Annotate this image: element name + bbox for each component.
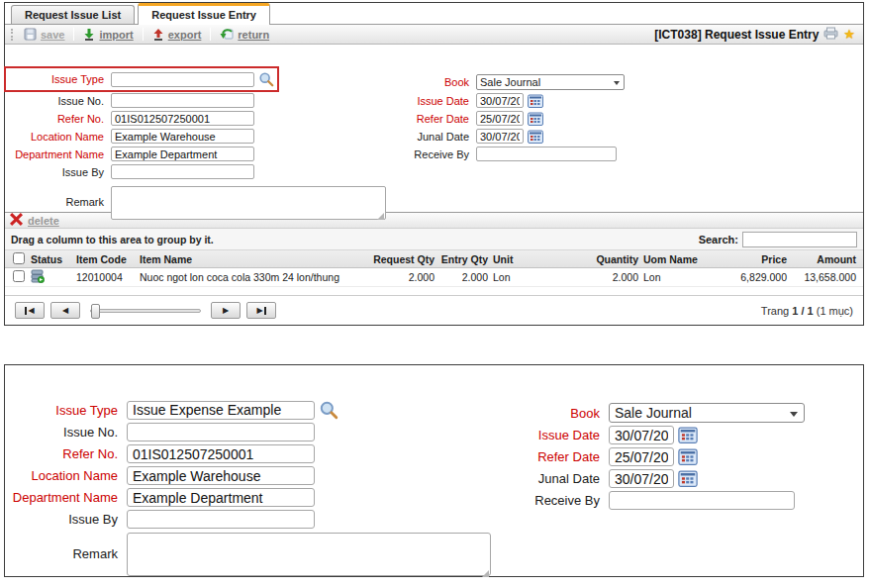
receive-by-input[interactable] (609, 491, 795, 510)
next-page-button[interactable]: ▶ (211, 302, 241, 319)
issue-no-input[interactable] (127, 423, 315, 441)
tab-request-issue-entry[interactable]: Request Issue Entry (138, 3, 270, 25)
book-select[interactable]: Sale Journal (609, 403, 805, 423)
column-header-unit[interactable]: Unit (488, 253, 545, 265)
row-checkbox[interactable] (13, 270, 25, 282)
export-button[interactable]: export (146, 28, 208, 41)
column-header-quantity[interactable]: Quantity (545, 253, 638, 265)
favorite-star-icon[interactable]: ★ (843, 27, 855, 42)
grid-empty-space (5, 287, 863, 295)
screenshot-canvas: Request Issue List Request Issue Entry s… (0, 0, 870, 588)
column-header-item-code[interactable]: Item Code (76, 253, 140, 265)
chevron-down-icon (790, 412, 798, 417)
issue-date-calendar-icon[interactable] (678, 427, 698, 443)
return-icon (220, 28, 234, 41)
row-checkbox-cell (5, 270, 31, 284)
previous-page-button[interactable]: ◀ (50, 302, 80, 319)
import-button[interactable]: import (77, 28, 139, 41)
issue-date-input[interactable] (609, 426, 674, 444)
junal-date-calendar-icon[interactable] (528, 130, 543, 144)
issue-type-lookup-button[interactable] (258, 71, 274, 87)
location-name-label: Location Name (9, 131, 104, 143)
issue-type-label: Issue Type (9, 73, 104, 85)
last-page-button[interactable]: ▶ (246, 302, 276, 319)
refer-no-input[interactable] (127, 444, 315, 463)
table-row[interactable]: 12010004 Nuoc ngot lon coca cola 330m 24… (5, 268, 863, 287)
location-name-input[interactable] (111, 129, 254, 144)
issue-no-row: Issue No. (11, 423, 315, 441)
pagination-bar: ◀ ◀ ▶ ▶ Trang 1 / 1 (1 mục) (5, 295, 863, 325)
item-count: (1 mục) (817, 305, 853, 317)
receive-by-label: Receive By (386, 148, 469, 160)
remark-label: Remark (9, 186, 104, 208)
issue-type-input[interactable] (111, 72, 254, 87)
form-right-column: Book Sale Journal Issue Date Refer Date (386, 45, 625, 164)
junal-date-label: Junal Date (493, 471, 600, 486)
header-form: Issue Type Issue No. Refer No. Location … (5, 45, 863, 212)
issue-by-input[interactable] (111, 164, 254, 179)
receive-by-row: Receive By (386, 147, 617, 161)
form-left-column: Issue Type Issue No. Refer No. Location … (9, 45, 386, 225)
department-name-input[interactable] (127, 488, 315, 507)
location-name-input[interactable] (127, 466, 315, 485)
department-name-label: Department Name (9, 148, 104, 160)
department-name-label: Department Name (11, 490, 118, 505)
issue-by-input[interactable] (127, 510, 315, 529)
row-status-saved-icon (31, 273, 45, 285)
first-page-button[interactable]: ◀ (15, 302, 45, 319)
refer-no-row: Refer No. (11, 444, 315, 463)
book-select[interactable]: Sale Journal (476, 74, 625, 90)
issue-type-row: Issue Type (9, 71, 274, 87)
page-slider-thumb[interactable] (91, 304, 100, 319)
refer-date-row: Refer Date (386, 111, 543, 126)
book-label: Book (386, 76, 469, 88)
refer-date-calendar-icon[interactable] (528, 112, 543, 126)
receive-by-input[interactable] (476, 147, 617, 161)
return-button[interactable]: return (214, 28, 275, 41)
tab-request-issue-list[interactable]: Request Issue List (11, 5, 135, 24)
refer-date-input[interactable] (609, 447, 674, 466)
detail-form: Issue Type Issue No. Refer No. Location … (5, 365, 863, 576)
column-header-price[interactable]: Price (718, 253, 787, 265)
select-all-checkbox[interactable] (13, 252, 25, 264)
page-slider[interactable] (90, 309, 201, 313)
toolbar: save import export return [ICT038] Reque… (5, 25, 863, 45)
column-header-amount[interactable]: Amount (787, 253, 862, 265)
junal-date-input[interactable] (609, 469, 674, 488)
print-preview-icon[interactable] (823, 27, 838, 42)
window-title: [ICT038] Request Issue Entry (654, 28, 819, 42)
department-name-input[interactable] (111, 147, 254, 161)
issue-by-label: Issue By (9, 166, 104, 178)
toolbar-grip (11, 29, 14, 41)
remark-label: Remark (11, 533, 118, 561)
remark-textarea[interactable] (127, 533, 491, 576)
issue-date-input[interactable] (476, 93, 524, 108)
refer-date-calendar-icon[interactable] (678, 448, 698, 465)
issue-no-row: Issue No. (9, 93, 254, 108)
issue-type-input[interactable] (127, 401, 315, 420)
remark-textarea[interactable] (111, 186, 386, 220)
save-button[interactable]: save (18, 28, 70, 41)
column-header-entry-qty[interactable]: Entry Qty (435, 253, 488, 265)
column-header-item-name[interactable]: Item Name (140, 253, 353, 265)
column-header-uom-name[interactable]: Uom Name (638, 253, 718, 265)
junal-date-input[interactable] (476, 129, 524, 144)
issue-no-input[interactable] (111, 93, 254, 108)
issue-date-row: Issue Date (493, 426, 698, 444)
refer-date-input[interactable] (476, 111, 524, 126)
search-area: Search: (699, 232, 857, 247)
column-header-status[interactable]: Status (31, 253, 76, 265)
issue-type-label: Issue Type (11, 403, 118, 418)
book-label: Book (493, 406, 600, 421)
refer-no-input[interactable] (111, 111, 254, 126)
toolbar-separator (210, 28, 211, 41)
issue-type-row: Issue Type (11, 400, 338, 420)
detail-right-column: Book Sale Journal Issue Date Refer Date (493, 365, 805, 513)
junal-date-calendar-icon[interactable] (678, 470, 698, 487)
group-by-bar[interactable]: Drag a column to this area to group by i… (5, 229, 863, 250)
issue-date-calendar-icon[interactable] (528, 94, 543, 108)
column-header-request-qty[interactable]: Request Qty (353, 253, 435, 265)
search-input[interactable] (742, 232, 857, 247)
issue-type-lookup-button[interactable] (319, 400, 338, 420)
remark-row: Remark (11, 533, 491, 579)
